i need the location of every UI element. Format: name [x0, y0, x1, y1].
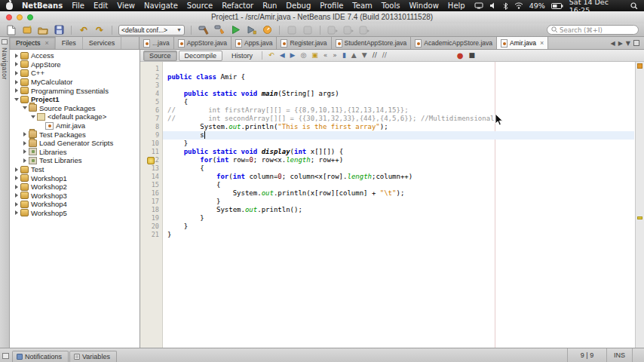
toggle-highlight-icon[interactable]: ▣: [310, 52, 320, 59]
menu-file[interactable]: File: [72, 2, 84, 10]
menu-run[interactable]: Run: [262, 2, 277, 10]
last-edit-icon[interactable]: ↶: [267, 52, 276, 59]
code-line-text[interactable]: System.out.println(x[row][column] + "\t"…: [163, 189, 634, 198]
tree-item-appstore[interactable]: AppStore: [10, 60, 140, 69]
tree-item-source-packages[interactable]: Source Packages: [10, 104, 140, 113]
code-line-text[interactable]: {: [163, 98, 634, 106]
tree-expand-arrow-icon[interactable]: [21, 149, 28, 154]
scroll-tabs-left-button[interactable]: ◀: [611, 40, 615, 47]
tree-expand-arrow-icon[interactable]: [13, 98, 20, 101]
menu-refactor[interactable]: Refactor: [222, 2, 253, 10]
code-line-text[interactable]: {: [163, 164, 634, 173]
tree-item-mycalculator[interactable]: MyCalculator: [10, 78, 140, 87]
editor-tab-appstore-java[interactable]: AppStore.java: [174, 37, 232, 49]
menu-source[interactable]: Source: [187, 2, 213, 10]
panel-tab-projects[interactable]: Projects×: [10, 37, 56, 49]
maximize-editor-button[interactable]: [633, 40, 639, 46]
code-line-text[interactable]: }: [163, 222, 634, 231]
tree-expand-arrow-icon[interactable]: [29, 115, 36, 118]
editor-tab--java[interactable]: ...java: [140, 37, 174, 49]
stop-build-button[interactable]: [302, 24, 314, 36]
debug-project-button[interactable]: [245, 24, 257, 36]
previous-bookmark-icon[interactable]: «: [322, 52, 330, 59]
code-line-8[interactable]: 8 System.out.println("This is the first …: [140, 123, 634, 131]
tree-expand-arrow-icon[interactable]: [13, 71, 20, 75]
tree-expand-arrow-icon[interactable]: [13, 193, 20, 198]
code-line-text[interactable]: System.out.println();: [163, 206, 634, 214]
code-line-12[interactable]: 12 for(int row=0; row<x.length; row++): [140, 156, 634, 164]
menu-debug[interactable]: Debug: [286, 2, 311, 10]
profile-project-button[interactable]: [261, 24, 273, 36]
next-occurrence-icon[interactable]: ▼: [360, 52, 369, 59]
code-line-text[interactable]: }: [163, 198, 634, 206]
statusbar-tab-notifications[interactable]: Notifications: [12, 351, 69, 362]
redo-button[interactable]: ↷: [94, 24, 106, 36]
take-thread-dump-button[interactable]: [358, 24, 370, 36]
tree-item-test[interactable]: Test: [10, 165, 140, 174]
code-line-4[interactable]: 4 public static void main(String[] args): [140, 90, 634, 98]
code-line-16[interactable]: 16 System.out.println(x[row][column] + "…: [140, 189, 634, 198]
tree-expand-arrow-icon[interactable]: [13, 88, 20, 93]
tree-item-workshop1[interactable]: Workshop1: [10, 173, 140, 183]
menu-tools[interactable]: Tools: [382, 2, 400, 10]
tree-expand-arrow-icon[interactable]: [13, 62, 20, 66]
code-line-text[interactable]: public class Amir {: [163, 73, 634, 81]
search-input[interactable]: [560, 26, 634, 34]
code-line-text[interactable]: System.out.println("This is the first ar…: [163, 123, 634, 131]
statusbar-tab-variables[interactable]: Variables: [69, 351, 117, 362]
panel-tab-files[interactable]: Files: [56, 37, 83, 49]
tree-item-c-[interactable]: C++: [10, 69, 140, 78]
apply-code-changes-button[interactable]: [342, 24, 354, 36]
tree-expand-arrow-icon[interactable]: [13, 210, 20, 215]
code-line-20[interactable]: 20 }: [140, 222, 634, 231]
run-project-button[interactable]: [229, 24, 241, 36]
decompile-view-button[interactable]: Decompile: [179, 51, 223, 61]
code-line-3[interactable]: 3: [140, 81, 634, 90]
close-window-button[interactable]: [6, 14, 12, 20]
stop-macro-icon[interactable]: ■: [468, 52, 477, 59]
code-line-14[interactable]: 14 for(int column=0; column<x[row].lengt…: [140, 173, 634, 181]
tree-item--default-package-[interactable]: <default package>: [10, 112, 140, 121]
code-line-text[interactable]: }: [163, 140, 634, 148]
new-file-button[interactable]: [5, 24, 17, 36]
bluetooth-icon[interactable]: [503, 2, 508, 10]
scroll-tabs-right-button[interactable]: ▶: [618, 40, 623, 47]
code-line-text[interactable]: }: [163, 214, 634, 222]
editor-tab-register-java[interactable]: Register.java: [277, 37, 331, 49]
tree-item-programming-essentials[interactable]: Programming Essentials: [10, 86, 140, 95]
start-macro-icon[interactable]: ●: [455, 52, 465, 60]
tree-item-test-libraries[interactable]: Test Libraries: [10, 156, 140, 165]
tree-item-load-generator-scripts[interactable]: Load Generator Scripts: [10, 139, 140, 148]
tree-expand-arrow-icon[interactable]: [13, 167, 20, 172]
minimized-group-icon[interactable]: [2, 353, 9, 359]
apple-menu-icon[interactable]: [6, 2, 13, 10]
code-line-18[interactable]: 18 System.out.println();: [140, 206, 634, 214]
code-line-6[interactable]: 6// int firstArray[][] = {{8,9,10,11},{1…: [140, 106, 634, 115]
menu-navigate[interactable]: Navigate: [144, 2, 178, 10]
display-icon[interactable]: [474, 2, 483, 9]
tree-item-workshop2[interactable]: Workshop2: [10, 183, 140, 192]
tree-expand-arrow-icon[interactable]: [21, 158, 28, 163]
minimize-window-button[interactable]: [17, 14, 23, 20]
uncomment-icon[interactable]: //: [381, 52, 388, 59]
close-tab-icon[interactable]: ×: [45, 40, 49, 47]
tab-list-button[interactable]: ▼: [626, 40, 630, 47]
tree-item-workshop3[interactable]: Workshop3: [10, 192, 140, 201]
editor-tab-amir-java[interactable]: Amir.java×: [497, 37, 548, 49]
tree-expand-arrow-icon[interactable]: [13, 176, 20, 180]
code-line-11[interactable]: 11 public static void display(int x[][])…: [140, 148, 634, 156]
panel-tab-services[interactable]: Services: [83, 37, 122, 49]
code-line-2[interactable]: 2public class Amir {: [140, 73, 634, 81]
tree-item-workshop4[interactable]: Workshop4: [10, 200, 140, 209]
warning-stripe-mark[interactable]: [637, 216, 642, 219]
menu-help[interactable]: Help: [448, 2, 465, 10]
tree-item-access[interactable]: Access: [10, 51, 140, 60]
tree-expand-arrow-icon[interactable]: [21, 106, 28, 109]
code-line-21[interactable]: 21}: [140, 231, 634, 239]
tree-item-libraries[interactable]: Libraries: [10, 148, 140, 157]
menu-netbeans[interactable]: NetBeans: [22, 2, 63, 10]
spotlight-icon[interactable]: [630, 2, 638, 10]
file-status-warning-indicator[interactable]: [637, 63, 642, 69]
navigator-strip-label[interactable]: Navigator: [1, 48, 8, 80]
code-line-text[interactable]: // int secondArray[][] = {{30,31,32,33},…: [163, 115, 634, 123]
